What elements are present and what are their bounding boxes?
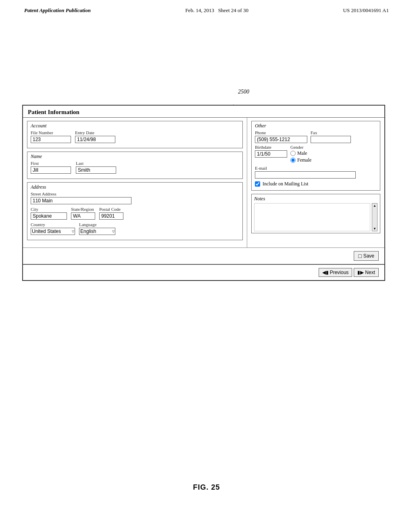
previous-button[interactable]: ◀▮ Previous xyxy=(319,268,353,277)
gender-female-radio[interactable] xyxy=(290,158,296,163)
city-group: City xyxy=(31,207,67,220)
name-fields-row: First Last xyxy=(31,161,239,174)
postal-input[interactable] xyxy=(99,212,123,220)
state-label: State/Region xyxy=(71,207,95,212)
account-fields-row: File Number Entry Date xyxy=(31,130,239,143)
last-name-input[interactable] xyxy=(76,166,116,174)
country-group: Country United States xyxy=(31,222,75,235)
scroll-down-arrow[interactable]: ▼ xyxy=(373,227,376,231)
gender-male-label: Male xyxy=(297,150,307,156)
street-input[interactable] xyxy=(31,197,131,204)
phone-fax-row: Phone Fax xyxy=(255,130,377,143)
notes-textarea[interactable] xyxy=(254,203,370,231)
gender-label: Gender xyxy=(290,145,311,150)
account-section: Account File Number Entry Date xyxy=(27,121,243,148)
previous-label: Previous xyxy=(330,270,349,275)
birthdate-input[interactable] xyxy=(255,150,287,158)
address-section: Address Street Address City State/Region xyxy=(27,182,243,240)
entry-date-input[interactable] xyxy=(75,136,115,143)
city-input[interactable] xyxy=(31,212,67,220)
street-label: Street Address xyxy=(31,191,239,196)
gender-male-row: Male xyxy=(290,150,311,156)
first-name-input[interactable] xyxy=(31,166,71,174)
mailing-list-label: Include on Mailing List xyxy=(263,181,309,187)
page-header: Patent Application Publication Feb. 14, … xyxy=(0,0,413,18)
name-section-label: Name xyxy=(31,154,239,160)
fax-group: Fax xyxy=(311,130,351,143)
figure-caption: FIG. 25 xyxy=(193,483,220,492)
notes-scrollbar: ▲ ▼ xyxy=(372,203,378,231)
gender-options: Male Female xyxy=(290,150,311,163)
notes-section: Notes ▲ ▼ xyxy=(251,194,380,233)
gender-male-radio[interactable] xyxy=(290,151,296,156)
scroll-up-arrow[interactable]: ▲ xyxy=(373,204,376,208)
gender-female-label: Female xyxy=(297,157,311,163)
country-select[interactable]: United States xyxy=(31,228,75,235)
language-group: Language English xyxy=(79,222,115,235)
form-save-row: □ Save xyxy=(23,247,384,264)
language-select[interactable]: English xyxy=(79,228,115,235)
fax-label: Fax xyxy=(311,130,351,135)
first-name-group: First xyxy=(31,161,71,174)
form-left-column: Account File Number Entry Date Name xyxy=(23,118,247,247)
email-label: E-mail xyxy=(255,166,377,170)
state-group: State/Region xyxy=(71,207,95,220)
mailing-list-row: Include on Mailing List xyxy=(255,181,377,187)
entry-date-label: Entry Date xyxy=(75,130,115,135)
name-section: Name First Last xyxy=(27,152,243,179)
save-label: Save xyxy=(363,253,374,259)
publication-title: Patent Application Publication xyxy=(24,7,91,14)
birthdate-label: Birthdate xyxy=(255,145,287,150)
address-section-label: Address xyxy=(31,184,239,190)
phone-input[interactable] xyxy=(255,136,307,143)
language-label: Language xyxy=(79,222,115,227)
postal-label: Postal Code xyxy=(99,207,123,212)
last-name-group: Last xyxy=(76,161,116,174)
publication-date: Feb. 14, 2013 Sheet 24 of 30 xyxy=(185,7,248,14)
publication-number: US 2013/0041691 A1 xyxy=(343,7,389,14)
fax-input[interactable] xyxy=(311,136,351,143)
email-input[interactable] xyxy=(255,171,356,179)
file-number-label: File Number xyxy=(31,130,71,135)
next-button[interactable]: ▮▶ Next xyxy=(354,268,379,277)
country-select-wrapper[interactable]: United States xyxy=(31,228,75,235)
gender-female-row: Female xyxy=(290,157,311,163)
city-label: City xyxy=(31,207,67,212)
figure-number-2500: 2500 xyxy=(238,89,249,95)
next-icon: ▮▶ xyxy=(357,270,364,275)
country-language-row: Country United States Language English xyxy=(31,222,239,235)
first-name-label: First xyxy=(31,161,71,166)
previous-icon: ◀▮ xyxy=(322,270,329,275)
language-select-wrapper[interactable]: English xyxy=(79,228,115,235)
notes-area-wrapper: ▲ ▼ xyxy=(254,203,378,231)
form-right-column: Other Phone Fax Birthdate xyxy=(247,118,384,247)
form-body: Account File Number Entry Date Name xyxy=(23,118,384,247)
form-title: Patient Information xyxy=(23,106,384,118)
navigation-bar: ◀▮ Previous ▮▶ Next xyxy=(23,264,384,280)
save-icon: □ xyxy=(358,253,361,259)
other-section-label: Other xyxy=(255,123,377,129)
next-label: Next xyxy=(365,270,375,275)
postal-group: Postal Code xyxy=(99,207,123,220)
street-group: Street Address xyxy=(31,191,239,204)
gender-group: Gender Male Female xyxy=(290,145,311,163)
phone-label: Phone xyxy=(255,130,307,135)
mailing-list-checkbox[interactable] xyxy=(255,181,260,187)
state-input[interactable] xyxy=(71,212,95,220)
last-name-label: Last xyxy=(76,161,116,166)
entry-date-group: Entry Date xyxy=(75,130,115,143)
phone-group: Phone xyxy=(255,130,307,143)
other-section: Other Phone Fax Birthdate xyxy=(251,121,380,191)
birthdate-gender-row: Birthdate Gender Male Female xyxy=(255,145,377,163)
save-button[interactable]: □ Save xyxy=(354,251,379,261)
email-group: E-mail xyxy=(255,166,377,179)
country-label: Country xyxy=(31,222,75,227)
patient-information-form: Patient Information Account File Number … xyxy=(22,105,385,281)
file-number-group: File Number xyxy=(31,130,71,143)
file-number-input[interactable] xyxy=(31,136,71,143)
city-state-postal-row: City State/Region Postal Code xyxy=(31,207,239,220)
notes-section-label: Notes xyxy=(254,196,378,202)
birthdate-group: Birthdate xyxy=(255,145,287,158)
account-section-label: Account xyxy=(31,123,239,129)
